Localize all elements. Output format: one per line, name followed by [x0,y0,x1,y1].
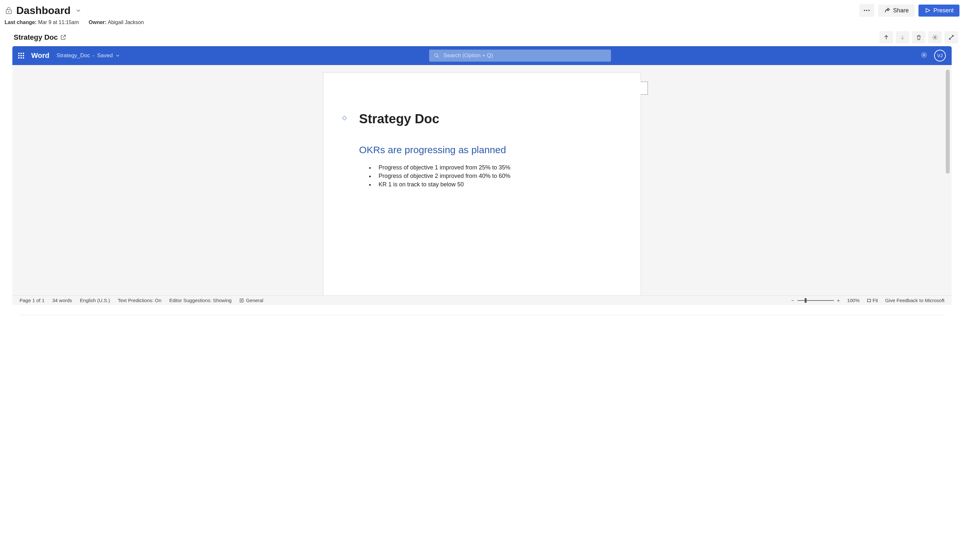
svg-point-4 [868,10,870,11]
top-bar: Dashboard Share Present [0,0,964,18]
svg-point-6 [435,54,438,57]
top-left: Dashboard [5,5,81,16]
chevron-down-icon[interactable] [75,7,81,14]
app-launcher-icon[interactable] [18,53,24,59]
lock-icon [5,6,13,15]
doc-info[interactable]: Strategy_Doc - Saved [57,52,120,59]
status-predictions[interactable]: Text Predictions: On [118,298,161,303]
separator: - [93,52,94,59]
move-up-button[interactable] [879,31,893,44]
slider-track[interactable] [798,300,834,301]
outline-marker-icon [342,116,347,120]
section-title-wrap: Strategy Doc [14,33,66,42]
slider-thumb[interactable] [804,298,807,303]
more-button[interactable] [859,4,874,17]
status-page[interactable]: Page 1 of 1 [20,298,44,303]
present-button[interactable]: Present [918,5,959,16]
avatar-initials: VJ [937,53,943,58]
svg-point-2 [864,10,865,11]
doc-heading-2[interactable]: OKRs are progressing as planned [359,144,605,155]
meta-row: Last change: Mar 9 at 11:15am Owner: Abi… [0,18,964,30]
owner-label: Owner: [89,20,107,25]
share-label: Share [893,7,909,14]
user-avatar[interactable]: VJ [934,50,946,62]
page-dogear [641,81,648,94]
status-right: − + 100% Fit Give Feedback to Microsoft [791,298,944,303]
fit-button[interactable]: Fit [867,298,878,303]
present-label: Present [933,7,954,14]
fit-icon [867,298,871,303]
status-accessibility[interactable]: General [239,298,263,303]
last-change-value: Mar 9 at 11:15am [38,20,79,25]
move-down-button[interactable] [896,31,909,44]
search-icon [434,53,440,59]
zoom-value[interactable]: 100% [847,298,859,303]
top-right: Share Present [859,4,959,17]
doc-bullet-list[interactable]: Progress of objective 1 improved from 25… [359,163,605,189]
search-box[interactable] [429,49,611,62]
section-header: Strategy Doc [0,30,964,46]
list-item[interactable]: Progress of objective 2 improved from 40… [375,172,605,180]
list-item[interactable]: Progress of objective 1 improved from 25… [375,163,605,172]
chevron-down-icon [116,53,120,58]
word-embed: Word Strategy_Doc - Saved VJ [12,46,952,305]
zoom-slider[interactable]: − + [791,298,840,303]
owner: Owner: Abigail Jackson [89,20,144,25]
svg-rect-9 [867,299,871,302]
status-language[interactable]: English (U.S.) [80,298,110,303]
word-statusbar: Page 1 of 1 34 words English (U.S.) Text… [12,295,952,305]
section-actions [879,31,958,44]
status-editor[interactable]: Editor Suggestions: Showing [169,298,231,303]
last-change: Last change: Mar 9 at 11:15am [5,20,79,25]
svg-point-1 [8,11,9,12]
delete-button[interactable] [912,31,926,44]
word-header: Word Strategy_Doc - Saved VJ [12,46,952,65]
feedback-link[interactable]: Give Feedback to Microsoft [885,298,944,303]
word-settings-icon[interactable] [920,51,928,60]
svg-point-3 [866,10,867,11]
doc-name: Strategy_Doc [57,52,90,59]
owner-value: Abigail Jackson [107,20,144,25]
external-link-icon[interactable] [60,34,66,41]
bottom-divider [20,315,944,315]
svg-point-5 [935,37,936,38]
document-page[interactable]: Strategy Doc OKRs are progressing as pla… [323,72,641,300]
zoom-in-icon[interactable]: + [837,298,840,303]
svg-point-7 [923,54,925,56]
scrollbar[interactable] [946,70,950,174]
list-item[interactable]: KR 1 is on track to stay below 50 [375,180,605,189]
word-brand[interactable]: Word [31,51,49,60]
dashboard-title[interactable]: Dashboard [16,5,70,16]
last-change-label: Last change: [5,20,37,25]
word-header-right: VJ [920,50,946,62]
settings-button[interactable] [928,31,942,44]
doc-surface: Strategy Doc OKRs are progressing as pla… [12,65,952,305]
status-words[interactable]: 34 words [52,298,72,303]
section-title: Strategy Doc [14,33,58,42]
save-state: Saved [97,52,112,59]
accessibility-icon [239,298,244,303]
zoom-out-icon[interactable]: − [791,298,794,303]
share-button[interactable]: Share [878,5,915,16]
expand-button[interactable] [944,31,958,44]
search-input[interactable] [443,52,606,59]
doc-heading-1[interactable]: Strategy Doc [359,112,605,126]
